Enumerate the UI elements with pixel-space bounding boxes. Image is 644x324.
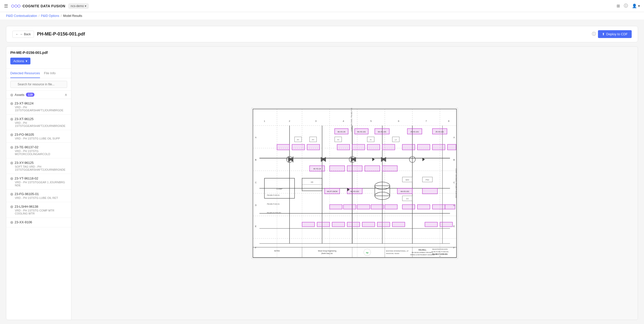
breadcrumb-pid-options[interactable]: P&ID Options (41, 14, 59, 18)
svg-text:REGISTRATION DATE: REGISTRATION DATE (432, 248, 448, 250)
asset-list: ◎ 23-XT-96124 VRD - PH 1STSTGGEARSHAFT1J… (6, 99, 71, 320)
svg-text:D: D (255, 203, 257, 206)
svg-rect-84 (357, 204, 370, 209)
tab-detected-resources[interactable]: Detected Resources (10, 69, 40, 78)
svg-text:PH-ME-P-0155-001: PH-ME-P-0155-001 (267, 212, 281, 213)
tab-file-info[interactable]: File Info (44, 69, 56, 78)
asset-target-icon: ◎ (10, 205, 13, 208)
help-icon[interactable]: ⓘ (624, 3, 628, 9)
svg-rect-90 (445, 204, 455, 209)
asset-target-icon: ◎ (10, 220, 13, 224)
info-icon[interactable]: ⓘ (592, 31, 596, 37)
asset-id: ◎ 23-FG-96105-01 (10, 192, 67, 196)
svg-rect-91 (302, 222, 314, 227)
svg-text:4A-XS-1N: 4A-XS-1N (337, 131, 345, 132)
breadcrumb-sep-1: / (38, 14, 39, 18)
svg-rect-81 (422, 188, 437, 194)
svg-rect-70 (330, 166, 345, 171)
assets-label: Assets (15, 93, 24, 97)
asset-item[interactable]: ◎ 23-TE-96137-02 VRD - PH 1STSTG MOTORCO… (6, 143, 71, 158)
svg-rect-99 (440, 222, 452, 227)
nav-left: ☰ ⬡⬡⬡ COGNITE DATA FUSION ncs-demo ▾ (4, 3, 89, 9)
svg-text:3: 3 (315, 119, 316, 122)
asset-item[interactable]: ◎ 23-FO-96105 VRD - PH 1STSTG LUBE OIL S… (6, 130, 71, 143)
svg-text:CONT ON DWG. PM-ME-P-0155-001: CONT ON DWG. PM-ME-P-0155-001 (351, 108, 352, 131)
pid-diagram-inner: 1 2 3 4 5 6 7 8 A B C D E F (252, 108, 458, 259)
svg-text:PM-ME-P-022-01: PM-ME-P-022-01 (267, 194, 280, 196)
hamburger-icon[interactable]: ☰ (4, 3, 8, 9)
breadcrumb-pid-contextualization[interactable]: P&ID Contextualization (6, 14, 37, 18)
nav-right: ⊞ ⓘ 👤 ▾ (617, 3, 640, 9)
asset-item[interactable]: ◎ 23-XT-96125 VRD - PH 1STSTGGEARSHAFT2J… (6, 115, 71, 130)
assets-header-left: ◎ Assets 119 (10, 93, 34, 97)
env-chevron-icon: ▾ (85, 4, 86, 8)
back-button[interactable]: ← ← Back (12, 31, 34, 38)
svg-rect-65 (417, 144, 430, 150)
svg-text:CONT. ON DWG. PH-ME-P-0156-002: CONT. ON DWG. PH-ME-P-0156-002 (455, 168, 457, 198)
assets-target-icon: ◎ (10, 93, 13, 97)
svg-text:7: 7 (425, 119, 427, 122)
asset-id: ◎ 23-TE-96137-02 (10, 145, 67, 149)
env-label: ncs-demo (71, 4, 84, 8)
svg-rect-72 (365, 166, 380, 171)
asset-desc: VRD - PH 1STSTGGEAR 1 JOURNBRG NDE (10, 181, 67, 187)
asset-item[interactable]: ◎ 23-FG-96105-01 VRD - PH 1STSTG LUBE OI… (6, 190, 71, 202)
svg-rect-97 (392, 222, 405, 227)
svg-text:E: E (453, 225, 455, 228)
svg-text:A: A (255, 136, 257, 138)
svg-rect-83 (343, 204, 356, 209)
svg-rect-64 (402, 144, 415, 150)
svg-rect-103 (293, 156, 293, 162)
svg-rect-73 (382, 166, 397, 171)
asset-desc: VRD - PH 1STSTG LUBE OIL SUPP (10, 137, 67, 140)
svg-text:6: 6 (398, 119, 399, 122)
svg-text:VALHALL: VALHALL (418, 249, 427, 251)
svg-rect-88 (417, 204, 430, 209)
pid-viewer: 1 2 3 4 5 6 7 8 A B C D E F (71, 46, 638, 320)
svg-text:A: A (453, 136, 455, 138)
svg-text:25-XS-101: 25-XS-101 (435, 131, 444, 132)
svg-text:HOUSTON, TEXAS: HOUSTON, TEXAS (386, 253, 399, 254)
actions-chevron-icon: ▾ (26, 59, 27, 63)
header-card-left: ← ← Back PH-ME-P-0156-001.pdf (12, 31, 85, 38)
asset-id: ◎ 23-XT-96124 (10, 101, 67, 105)
svg-rect-61 (352, 144, 365, 150)
brand-icon: ⬡⬡⬡ (11, 4, 21, 8)
header-card-right: ⓘ ⬆ Deploy to CDF (592, 30, 632, 38)
search-input[interactable] (10, 81, 67, 88)
svg-text:CV: CV (406, 198, 409, 199)
svg-rect-82 (330, 204, 342, 209)
svg-text:C: C (453, 181, 455, 184)
svg-text:40-YG-16: 40-YG-16 (313, 168, 321, 170)
svg-rect-93 (332, 222, 345, 227)
svg-text:C: C (255, 181, 257, 184)
svg-rect-92 (317, 222, 330, 227)
asset-item[interactable]: ◎ 23-XT-96124 VRD - PH 1STSTGGEARSHAFT1J… (6, 99, 71, 115)
svg-rect-58 (292, 144, 304, 150)
pid-diagram[interactable]: 1 2 3 4 5 6 7 8 A B C D E F (71, 47, 638, 320)
svg-text:2: 2 (289, 119, 290, 122)
content-area: PH-ME-P-0156-001.pdf Actions ▾ Detected … (6, 46, 638, 320)
asset-target-icon: ◎ (10, 176, 13, 180)
grid-icon[interactable]: ⊞ (617, 4, 620, 8)
asset-item[interactable]: ◎ 23-LSHH-96138 VRD - PH 1STSTG COMP MTR… (6, 202, 71, 218)
env-selector[interactable]: ncs-demo ▾ (68, 4, 89, 9)
svg-text:1: 1 (264, 119, 265, 122)
deploy-label: Deploy to CDF (606, 32, 628, 36)
svg-text:bp: bp (366, 251, 368, 254)
actions-button[interactable]: Actions ▾ (10, 58, 30, 64)
svg-rect-66 (432, 144, 445, 150)
svg-text:E: E (255, 225, 257, 228)
asset-item[interactable]: ◎ 23-YT-96118-02 VRD - PH 1STSTGGEAR 1 J… (6, 174, 71, 190)
user-icon[interactable]: 👤 ▾ (632, 4, 640, 8)
svg-text:TT: TT (337, 139, 339, 140)
svg-text:PIPING & INSTRUMENT DIAGRAM: PIPING & INSTRUMENT DIAGRAM (410, 254, 434, 256)
page-title: PH-ME-P-0156-001.pdf (37, 31, 85, 37)
assets-collapse-icon: ∧ (65, 93, 67, 97)
asset-item[interactable]: ◎ 23-XY-96125 SOFT TAG VRD - PH 1STSTGGE… (6, 158, 71, 174)
sidebar-tabs: Detected Resources File Info (6, 69, 71, 78)
deploy-button[interactable]: ⬆ Deploy to CDF (598, 30, 632, 38)
assets-header[interactable]: ◎ Assets 119 ∧ (6, 91, 71, 99)
search-box: 🔍 (6, 78, 71, 91)
asset-item[interactable]: ◎ 23-XX-9106 (6, 218, 71, 227)
